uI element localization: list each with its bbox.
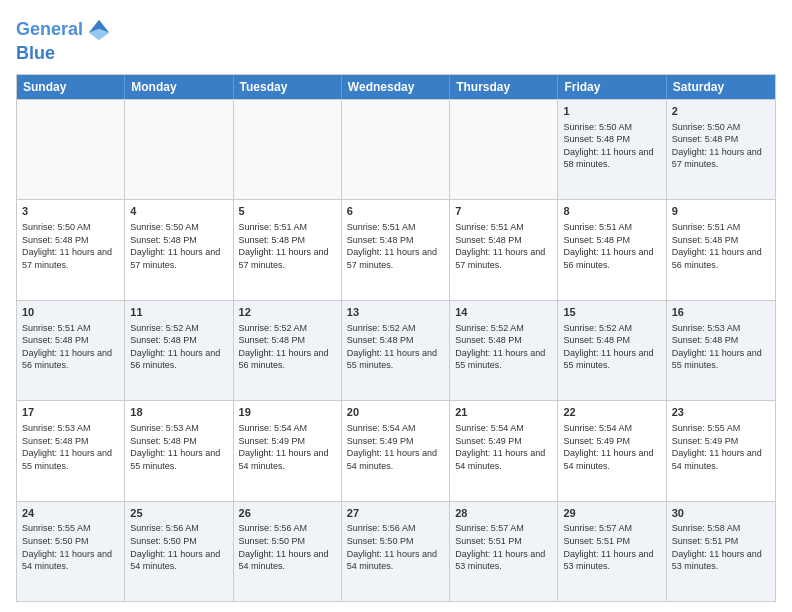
day-number: 22 xyxy=(563,405,660,420)
day-number: 13 xyxy=(347,305,444,320)
day-info: Sunrise: 5:51 AMSunset: 5:48 PMDaylight:… xyxy=(672,221,770,271)
day-cell-18: 18Sunrise: 5:53 AMSunset: 5:48 PMDayligh… xyxy=(125,401,233,500)
day-number: 27 xyxy=(347,506,444,521)
day-cell-28: 28Sunrise: 5:57 AMSunset: 5:51 PMDayligh… xyxy=(450,502,558,601)
day-info: Sunrise: 5:54 AMSunset: 5:49 PMDaylight:… xyxy=(347,422,444,472)
day-cell-7: 7Sunrise: 5:51 AMSunset: 5:48 PMDaylight… xyxy=(450,200,558,299)
day-info: Sunrise: 5:50 AMSunset: 5:48 PMDaylight:… xyxy=(130,221,227,271)
day-info: Sunrise: 5:50 AMSunset: 5:48 PMDaylight:… xyxy=(563,121,660,171)
calendar-row-1: 3Sunrise: 5:50 AMSunset: 5:48 PMDaylight… xyxy=(17,199,775,299)
day-number: 29 xyxy=(563,506,660,521)
day-info: Sunrise: 5:57 AMSunset: 5:51 PMDaylight:… xyxy=(455,522,552,572)
calendar-header: SundayMondayTuesdayWednesdayThursdayFrid… xyxy=(17,75,775,99)
logo-text: General xyxy=(16,20,83,40)
day-cell-11: 11Sunrise: 5:52 AMSunset: 5:48 PMDayligh… xyxy=(125,301,233,400)
day-cell-27: 27Sunrise: 5:56 AMSunset: 5:50 PMDayligh… xyxy=(342,502,450,601)
empty-cell xyxy=(125,100,233,199)
day-info: Sunrise: 5:50 AMSunset: 5:48 PMDaylight:… xyxy=(672,121,770,171)
day-info: Sunrise: 5:50 AMSunset: 5:48 PMDaylight:… xyxy=(22,221,119,271)
day-cell-9: 9Sunrise: 5:51 AMSunset: 5:48 PMDaylight… xyxy=(667,200,775,299)
day-info: Sunrise: 5:51 AMSunset: 5:48 PMDaylight:… xyxy=(347,221,444,271)
day-info: Sunrise: 5:55 AMSunset: 5:49 PMDaylight:… xyxy=(672,422,770,472)
day-info: Sunrise: 5:56 AMSunset: 5:50 PMDaylight:… xyxy=(239,522,336,572)
day-number: 17 xyxy=(22,405,119,420)
empty-cell xyxy=(234,100,342,199)
page: General Blue SundayMondayTuesdayWednesda… xyxy=(0,0,792,612)
day-cell-22: 22Sunrise: 5:54 AMSunset: 5:49 PMDayligh… xyxy=(558,401,666,500)
day-info: Sunrise: 5:56 AMSunset: 5:50 PMDaylight:… xyxy=(130,522,227,572)
day-info: Sunrise: 5:52 AMSunset: 5:48 PMDaylight:… xyxy=(347,322,444,372)
header-day-tuesday: Tuesday xyxy=(234,75,342,99)
day-number: 14 xyxy=(455,305,552,320)
calendar: SundayMondayTuesdayWednesdayThursdayFrid… xyxy=(16,74,776,602)
day-number: 25 xyxy=(130,506,227,521)
empty-cell xyxy=(342,100,450,199)
day-number: 15 xyxy=(563,305,660,320)
day-info: Sunrise: 5:52 AMSunset: 5:48 PMDaylight:… xyxy=(130,322,227,372)
day-info: Sunrise: 5:52 AMSunset: 5:48 PMDaylight:… xyxy=(563,322,660,372)
day-cell-3: 3Sunrise: 5:50 AMSunset: 5:48 PMDaylight… xyxy=(17,200,125,299)
day-number: 3 xyxy=(22,204,119,219)
day-cell-19: 19Sunrise: 5:54 AMSunset: 5:49 PMDayligh… xyxy=(234,401,342,500)
day-info: Sunrise: 5:53 AMSunset: 5:48 PMDaylight:… xyxy=(130,422,227,472)
day-cell-26: 26Sunrise: 5:56 AMSunset: 5:50 PMDayligh… xyxy=(234,502,342,601)
day-number: 16 xyxy=(672,305,770,320)
day-info: Sunrise: 5:54 AMSunset: 5:49 PMDaylight:… xyxy=(563,422,660,472)
day-cell-10: 10Sunrise: 5:51 AMSunset: 5:48 PMDayligh… xyxy=(17,301,125,400)
logo-icon xyxy=(85,16,113,44)
day-number: 28 xyxy=(455,506,552,521)
calendar-row-2: 10Sunrise: 5:51 AMSunset: 5:48 PMDayligh… xyxy=(17,300,775,400)
day-info: Sunrise: 5:52 AMSunset: 5:48 PMDaylight:… xyxy=(455,322,552,372)
calendar-body: 1Sunrise: 5:50 AMSunset: 5:48 PMDaylight… xyxy=(17,99,775,601)
day-number: 26 xyxy=(239,506,336,521)
header-day-friday: Friday xyxy=(558,75,666,99)
day-info: Sunrise: 5:51 AMSunset: 5:48 PMDaylight:… xyxy=(455,221,552,271)
day-number: 2 xyxy=(672,104,770,119)
calendar-row-0: 1Sunrise: 5:50 AMSunset: 5:48 PMDaylight… xyxy=(17,99,775,199)
header-day-monday: Monday xyxy=(125,75,233,99)
day-cell-20: 20Sunrise: 5:54 AMSunset: 5:49 PMDayligh… xyxy=(342,401,450,500)
day-cell-2: 2Sunrise: 5:50 AMSunset: 5:48 PMDaylight… xyxy=(667,100,775,199)
day-info: Sunrise: 5:51 AMSunset: 5:48 PMDaylight:… xyxy=(239,221,336,271)
day-number: 21 xyxy=(455,405,552,420)
day-number: 10 xyxy=(22,305,119,320)
day-info: Sunrise: 5:54 AMSunset: 5:49 PMDaylight:… xyxy=(239,422,336,472)
day-info: Sunrise: 5:56 AMSunset: 5:50 PMDaylight:… xyxy=(347,522,444,572)
day-cell-1: 1Sunrise: 5:50 AMSunset: 5:48 PMDaylight… xyxy=(558,100,666,199)
day-cell-5: 5Sunrise: 5:51 AMSunset: 5:48 PMDaylight… xyxy=(234,200,342,299)
day-number: 20 xyxy=(347,405,444,420)
day-number: 19 xyxy=(239,405,336,420)
day-number: 8 xyxy=(563,204,660,219)
header-day-wednesday: Wednesday xyxy=(342,75,450,99)
logo-text-blue: Blue xyxy=(16,44,113,64)
day-cell-23: 23Sunrise: 5:55 AMSunset: 5:49 PMDayligh… xyxy=(667,401,775,500)
day-cell-6: 6Sunrise: 5:51 AMSunset: 5:48 PMDaylight… xyxy=(342,200,450,299)
day-number: 5 xyxy=(239,204,336,219)
empty-cell xyxy=(17,100,125,199)
empty-cell xyxy=(450,100,558,199)
day-number: 6 xyxy=(347,204,444,219)
day-number: 9 xyxy=(672,204,770,219)
calendar-row-3: 17Sunrise: 5:53 AMSunset: 5:48 PMDayligh… xyxy=(17,400,775,500)
day-number: 12 xyxy=(239,305,336,320)
day-number: 4 xyxy=(130,204,227,219)
day-cell-24: 24Sunrise: 5:55 AMSunset: 5:50 PMDayligh… xyxy=(17,502,125,601)
day-cell-16: 16Sunrise: 5:53 AMSunset: 5:48 PMDayligh… xyxy=(667,301,775,400)
day-number: 7 xyxy=(455,204,552,219)
day-info: Sunrise: 5:53 AMSunset: 5:48 PMDaylight:… xyxy=(672,322,770,372)
header-day-saturday: Saturday xyxy=(667,75,775,99)
header-day-sunday: Sunday xyxy=(17,75,125,99)
day-cell-30: 30Sunrise: 5:58 AMSunset: 5:51 PMDayligh… xyxy=(667,502,775,601)
day-cell-21: 21Sunrise: 5:54 AMSunset: 5:49 PMDayligh… xyxy=(450,401,558,500)
logo: General Blue xyxy=(16,16,113,64)
day-number: 1 xyxy=(563,104,660,119)
header: General Blue xyxy=(16,16,776,64)
day-number: 23 xyxy=(672,405,770,420)
day-info: Sunrise: 5:57 AMSunset: 5:51 PMDaylight:… xyxy=(563,522,660,572)
day-cell-13: 13Sunrise: 5:52 AMSunset: 5:48 PMDayligh… xyxy=(342,301,450,400)
day-number: 30 xyxy=(672,506,770,521)
day-cell-8: 8Sunrise: 5:51 AMSunset: 5:48 PMDaylight… xyxy=(558,200,666,299)
day-cell-15: 15Sunrise: 5:52 AMSunset: 5:48 PMDayligh… xyxy=(558,301,666,400)
day-cell-17: 17Sunrise: 5:53 AMSunset: 5:48 PMDayligh… xyxy=(17,401,125,500)
day-number: 18 xyxy=(130,405,227,420)
